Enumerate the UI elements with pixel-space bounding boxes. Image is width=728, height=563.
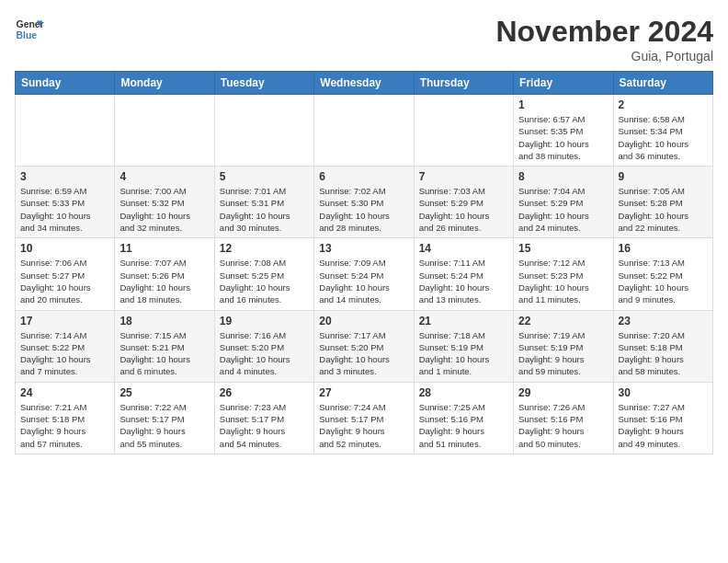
day-number: 4 bbox=[119, 170, 209, 183]
day-number: 8 bbox=[518, 170, 608, 183]
col-header-monday: Monday bbox=[115, 72, 214, 95]
week-row-2: 3Sunrise: 6:59 AM Sunset: 5:33 PM Daylig… bbox=[16, 167, 713, 238]
month-title: November 2024 bbox=[495, 15, 713, 49]
day-info: Sunrise: 7:16 AM Sunset: 5:20 PM Dayligh… bbox=[220, 329, 309, 378]
day-number: 20 bbox=[319, 315, 408, 327]
day-info: Sunrise: 7:13 AM Sunset: 5:22 PM Dayligh… bbox=[619, 257, 708, 305]
day-number: 3 bbox=[20, 170, 109, 183]
logo: General Blue bbox=[15, 15, 44, 44]
day-info: Sunrise: 7:15 AM Sunset: 5:21 PM Dayligh… bbox=[119, 329, 209, 378]
calendar-header-row: SundayMondayTuesdayWednesdayThursdayFrid… bbox=[16, 72, 713, 95]
day-cell-7: 7Sunrise: 7:03 AM Sunset: 5:29 PM Daylig… bbox=[414, 167, 513, 238]
col-header-saturday: Saturday bbox=[613, 72, 712, 95]
day-cell-10: 10Sunrise: 7:06 AM Sunset: 5:27 PM Dayli… bbox=[16, 238, 115, 310]
day-number: 27 bbox=[319, 386, 408, 399]
day-info: Sunrise: 7:26 AM Sunset: 5:16 PM Dayligh… bbox=[518, 401, 608, 450]
calendar-table: SundayMondayTuesdayWednesdayThursdayFrid… bbox=[15, 71, 713, 454]
day-info: Sunrise: 7:23 AM Sunset: 5:17 PM Dayligh… bbox=[220, 401, 309, 450]
day-cell-empty-0-1 bbox=[115, 95, 214, 167]
week-row-5: 24Sunrise: 7:21 AM Sunset: 5:18 PM Dayli… bbox=[16, 382, 713, 454]
day-info: Sunrise: 7:00 AM Sunset: 5:32 PM Dayligh… bbox=[119, 185, 209, 234]
day-info: Sunrise: 6:57 AM Sunset: 5:35 PM Dayligh… bbox=[518, 113, 608, 162]
day-info: Sunrise: 7:07 AM Sunset: 5:26 PM Dayligh… bbox=[119, 257, 209, 305]
day-cell-30: 30Sunrise: 7:27 AM Sunset: 5:16 PM Dayli… bbox=[613, 382, 712, 454]
day-cell-20: 20Sunrise: 7:17 AM Sunset: 5:20 PM Dayli… bbox=[314, 310, 414, 382]
day-info: Sunrise: 7:09 AM Sunset: 5:24 PM Dayligh… bbox=[319, 257, 408, 305]
location: Guia, Portugal bbox=[495, 49, 713, 63]
day-number: 24 bbox=[20, 386, 109, 399]
day-cell-23: 23Sunrise: 7:20 AM Sunset: 5:18 PM Dayli… bbox=[613, 310, 712, 382]
day-cell-2: 2Sunrise: 6:58 AM Sunset: 5:34 PM Daylig… bbox=[613, 95, 712, 167]
svg-text:Blue: Blue bbox=[17, 30, 38, 40]
day-number: 26 bbox=[220, 386, 309, 399]
day-number: 10 bbox=[20, 242, 109, 255]
col-header-wednesday: Wednesday bbox=[314, 72, 414, 95]
week-row-4: 17Sunrise: 7:14 AM Sunset: 5:22 PM Dayli… bbox=[16, 310, 713, 382]
day-number: 29 bbox=[518, 386, 608, 399]
day-number: 19 bbox=[220, 315, 309, 327]
day-cell-14: 14Sunrise: 7:11 AM Sunset: 5:24 PM Dayli… bbox=[414, 238, 513, 310]
day-info: Sunrise: 6:59 AM Sunset: 5:33 PM Dayligh… bbox=[20, 185, 109, 234]
day-cell-29: 29Sunrise: 7:26 AM Sunset: 5:16 PM Dayli… bbox=[514, 382, 613, 454]
day-number: 2 bbox=[619, 98, 708, 111]
day-info: Sunrise: 7:20 AM Sunset: 5:18 PM Dayligh… bbox=[619, 329, 708, 378]
day-info: Sunrise: 7:12 AM Sunset: 5:23 PM Dayligh… bbox=[518, 257, 608, 305]
day-info: Sunrise: 7:17 AM Sunset: 5:20 PM Dayligh… bbox=[319, 329, 408, 378]
day-cell-empty-0-2 bbox=[214, 95, 313, 167]
col-header-friday: Friday bbox=[514, 72, 613, 95]
logo-icon: General Blue bbox=[15, 15, 44, 44]
day-cell-21: 21Sunrise: 7:18 AM Sunset: 5:19 PM Dayli… bbox=[414, 310, 513, 382]
day-number: 14 bbox=[419, 242, 508, 255]
day-number: 9 bbox=[619, 170, 708, 183]
week-row-1: 1Sunrise: 6:57 AM Sunset: 5:35 PM Daylig… bbox=[16, 95, 713, 167]
day-info: Sunrise: 7:25 AM Sunset: 5:16 PM Dayligh… bbox=[419, 401, 508, 450]
day-cell-17: 17Sunrise: 7:14 AM Sunset: 5:22 PM Dayli… bbox=[16, 310, 115, 382]
day-info: Sunrise: 7:01 AM Sunset: 5:31 PM Dayligh… bbox=[220, 185, 309, 234]
day-info: Sunrise: 7:05 AM Sunset: 5:28 PM Dayligh… bbox=[619, 185, 708, 234]
day-cell-18: 18Sunrise: 7:15 AM Sunset: 5:21 PM Dayli… bbox=[115, 310, 214, 382]
day-cell-15: 15Sunrise: 7:12 AM Sunset: 5:23 PM Dayli… bbox=[514, 238, 613, 310]
col-header-thursday: Thursday bbox=[414, 72, 513, 95]
col-header-sunday: Sunday bbox=[16, 72, 115, 95]
day-info: Sunrise: 7:24 AM Sunset: 5:17 PM Dayligh… bbox=[319, 401, 408, 450]
day-cell-25: 25Sunrise: 7:22 AM Sunset: 5:17 PM Dayli… bbox=[115, 382, 214, 454]
day-number: 28 bbox=[419, 386, 508, 399]
day-info: Sunrise: 7:21 AM Sunset: 5:18 PM Dayligh… bbox=[20, 401, 109, 450]
day-info: Sunrise: 7:27 AM Sunset: 5:16 PM Dayligh… bbox=[619, 401, 708, 450]
day-info: Sunrise: 7:22 AM Sunset: 5:17 PM Dayligh… bbox=[119, 401, 209, 450]
day-number: 16 bbox=[619, 242, 708, 255]
day-number: 30 bbox=[619, 386, 708, 399]
day-cell-4: 4Sunrise: 7:00 AM Sunset: 5:32 PM Daylig… bbox=[115, 167, 214, 238]
day-number: 23 bbox=[619, 315, 708, 327]
day-number: 6 bbox=[319, 170, 408, 183]
day-cell-11: 11Sunrise: 7:07 AM Sunset: 5:26 PM Dayli… bbox=[115, 238, 214, 310]
day-cell-27: 27Sunrise: 7:24 AM Sunset: 5:17 PM Dayli… bbox=[314, 382, 414, 454]
day-cell-12: 12Sunrise: 7:08 AM Sunset: 5:25 PM Dayli… bbox=[214, 238, 313, 310]
day-cell-6: 6Sunrise: 7:02 AM Sunset: 5:30 PM Daylig… bbox=[314, 167, 414, 238]
day-cell-19: 19Sunrise: 7:16 AM Sunset: 5:20 PM Dayli… bbox=[214, 310, 313, 382]
day-number: 5 bbox=[220, 170, 309, 183]
day-number: 22 bbox=[518, 315, 608, 327]
title-area: November 2024 Guia, Portugal bbox=[495, 15, 713, 63]
day-cell-5: 5Sunrise: 7:01 AM Sunset: 5:31 PM Daylig… bbox=[214, 167, 313, 238]
day-number: 25 bbox=[119, 386, 209, 399]
day-cell-28: 28Sunrise: 7:25 AM Sunset: 5:16 PM Dayli… bbox=[414, 382, 513, 454]
col-header-tuesday: Tuesday bbox=[214, 72, 313, 95]
day-info: Sunrise: 7:14 AM Sunset: 5:22 PM Dayligh… bbox=[20, 329, 109, 378]
week-row-3: 10Sunrise: 7:06 AM Sunset: 5:27 PM Dayli… bbox=[16, 238, 713, 310]
day-info: Sunrise: 7:11 AM Sunset: 5:24 PM Dayligh… bbox=[419, 257, 508, 305]
day-cell-8: 8Sunrise: 7:04 AM Sunset: 5:29 PM Daylig… bbox=[514, 167, 613, 238]
day-info: Sunrise: 7:04 AM Sunset: 5:29 PM Dayligh… bbox=[518, 185, 608, 234]
day-number: 18 bbox=[119, 315, 209, 327]
day-cell-empty-0-0 bbox=[16, 95, 115, 167]
day-number: 15 bbox=[518, 242, 608, 255]
day-number: 21 bbox=[419, 315, 508, 327]
day-info: Sunrise: 7:06 AM Sunset: 5:27 PM Dayligh… bbox=[20, 257, 109, 305]
day-info: Sunrise: 7:02 AM Sunset: 5:30 PM Dayligh… bbox=[319, 185, 408, 234]
day-cell-empty-0-3 bbox=[314, 95, 414, 167]
day-number: 12 bbox=[220, 242, 309, 255]
day-number: 7 bbox=[419, 170, 508, 183]
day-info: Sunrise: 7:18 AM Sunset: 5:19 PM Dayligh… bbox=[419, 329, 508, 378]
day-number: 1 bbox=[518, 98, 608, 111]
day-number: 13 bbox=[319, 242, 408, 255]
